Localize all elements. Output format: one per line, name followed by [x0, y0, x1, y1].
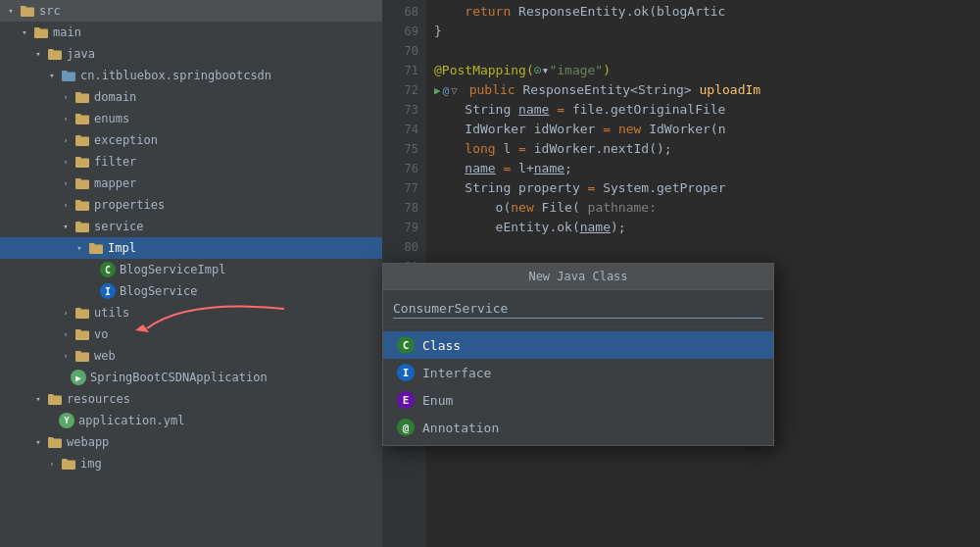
- tree-item-appyml[interactable]: Y application.yml: [0, 410, 382, 431]
- expand-arrow: [59, 371, 69, 384]
- bookmark-gutter-icon: ▽: [451, 81, 458, 101]
- tree-label: domain: [94, 90, 136, 104]
- dialog-options-list: C Class I Interface E Enum @ Annotation: [383, 327, 773, 445]
- class-option-label: Class: [422, 338, 461, 353]
- expand-arrow: ▾: [18, 25, 31, 39]
- tree-label: SpringBootCSDNApplication: [90, 371, 268, 384]
- tree-item-domain[interactable]: › domain: [0, 86, 382, 108]
- code-line-68: return ResponseEntity.ok(blogArtic: [434, 2, 980, 22]
- tree-item-filter[interactable]: › filter: [0, 151, 382, 173]
- class-icon: C: [100, 262, 116, 277]
- expand-arrow: ▾: [73, 241, 86, 255]
- class-name-input[interactable]: [393, 299, 763, 319]
- tree-label: enums: [94, 112, 129, 125]
- code-line-71: @PostMapping(⊙▾"image"): [434, 61, 980, 80]
- expand-arrow: ›: [59, 327, 73, 341]
- dialog-input-area: [383, 290, 773, 327]
- tree-item-blogserviceimpl[interactable]: C BlogServiceImpl: [0, 259, 382, 280]
- tree-item-web[interactable]: › web: [0, 345, 382, 367]
- tree-label: resources: [67, 392, 130, 406]
- code-line-69: }: [434, 22, 980, 41]
- tree-label: service: [94, 220, 144, 233]
- tree-item-java[interactable]: ▾ java: [0, 43, 382, 65]
- tree-label: main: [53, 25, 81, 39]
- code-line-70: [434, 41, 980, 61]
- tree-item-resources[interactable]: ▾ resources: [0, 388, 382, 410]
- expand-arrow: ›: [59, 155, 73, 169]
- interface-option-icon: I: [397, 364, 415, 381]
- run-gutter-icon: ▶: [434, 81, 441, 101]
- folder-icon: [74, 198, 90, 212]
- at-gutter-icon: @: [443, 81, 450, 101]
- expand-arrow: [88, 263, 98, 276]
- folder-icon: [47, 47, 63, 61]
- folder-icon: [74, 306, 90, 320]
- app-icon: ▶: [71, 370, 86, 385]
- option-annotation[interactable]: @ Annotation: [383, 414, 773, 441]
- option-enum[interactable]: E Enum: [383, 386, 773, 414]
- expand-arrow: [88, 284, 98, 298]
- tree-label: web: [94, 349, 116, 363]
- folder-icon: [74, 90, 90, 104]
- option-class[interactable]: C Class: [383, 331, 773, 359]
- tree-label: src: [39, 4, 61, 18]
- expand-arrow: ▾: [31, 47, 45, 61]
- expand-arrow: ▾: [59, 220, 73, 233]
- expand-arrow: ›: [59, 349, 73, 363]
- tree-label: exception: [94, 133, 158, 147]
- expand-arrow: ›: [59, 198, 73, 212]
- code-line-75: long l = idWorker.nextId();: [434, 139, 980, 159]
- tree-item-webapp[interactable]: ▾ webapp: [0, 431, 382, 453]
- folder-icon: [74, 155, 90, 169]
- tree-label: properties: [94, 198, 165, 212]
- folder-icon: [74, 176, 90, 190]
- tree-item-properties[interactable]: › properties: [0, 194, 382, 216]
- tree-item-service[interactable]: ▾ service: [0, 216, 382, 237]
- tree-item-blogservice[interactable]: I BlogService: [0, 280, 382, 302]
- expand-arrow: ▾: [45, 69, 59, 82]
- expand-arrow: ›: [59, 306, 73, 320]
- tree-label: application.yml: [78, 414, 184, 427]
- folder-icon: [74, 133, 90, 147]
- annotation-option-icon: @: [397, 419, 415, 436]
- tree-label: img: [80, 457, 102, 471]
- tree-item-vo[interactable]: › vo: [0, 323, 382, 345]
- code-line-72: ▶ @ ▽ public ResponseEntity<String> uplo…: [434, 80, 980, 100]
- tree-label: utils: [94, 306, 129, 320]
- annotation-option-label: Annotation: [422, 421, 499, 435]
- expand-arrow: ›: [59, 176, 73, 190]
- interface-option-label: Interface: [422, 366, 491, 380]
- tree-label: filter: [94, 155, 136, 169]
- expand-arrow: ›: [45, 457, 59, 471]
- expand-arrow: ▾: [31, 435, 45, 449]
- code-line-78: o(new File( pathname:: [434, 198, 980, 218]
- tree-item-enums[interactable]: › enums: [0, 108, 382, 129]
- tree-item-pkg[interactable]: ▾ cn.itbluebox.springbootcsdn: [0, 65, 382, 86]
- tree-item-impl[interactable]: ▾ Impl: [0, 237, 382, 259]
- expand-arrow: ▾: [31, 392, 45, 406]
- tree-label: BlogServiceImpl: [120, 263, 225, 276]
- option-interface[interactable]: I Interface: [383, 359, 773, 386]
- class-option-icon: C: [397, 336, 415, 354]
- expand-arrow: ▾: [4, 4, 18, 18]
- expand-arrow: ›: [59, 90, 73, 104]
- code-line-80: [434, 237, 980, 257]
- folder-icon: [47, 392, 63, 406]
- folder-icon: [33, 25, 49, 39]
- tree-label: java: [67, 47, 95, 61]
- file-tree-sidebar: ▾ src ▾ main ▾ java ▾ cn.itbluebox.sprin…: [0, 0, 382, 547]
- tree-item-utils[interactable]: › utils: [0, 302, 382, 323]
- expand-arrow: [47, 414, 57, 427]
- folder-icon: [47, 435, 63, 449]
- tree-item-springapp[interactable]: ▶ SpringBootCSDNApplication: [0, 367, 382, 388]
- code-line-73: String name = file.getOriginalFile: [434, 100, 980, 120]
- enum-option-icon: E: [397, 391, 415, 409]
- tree-item-src[interactable]: ▾ src: [0, 0, 382, 22]
- tree-item-mapper[interactable]: › mapper: [0, 173, 382, 194]
- folder-icon: [61, 457, 76, 471]
- folder-icon: [74, 220, 90, 233]
- new-java-class-dialog: New Java Class C Class I Interface E Enu…: [382, 263, 774, 446]
- tree-item-img[interactable]: › img: [0, 453, 382, 474]
- tree-item-main[interactable]: ▾ main: [0, 22, 382, 43]
- tree-item-exception[interactable]: › exception: [0, 129, 382, 151]
